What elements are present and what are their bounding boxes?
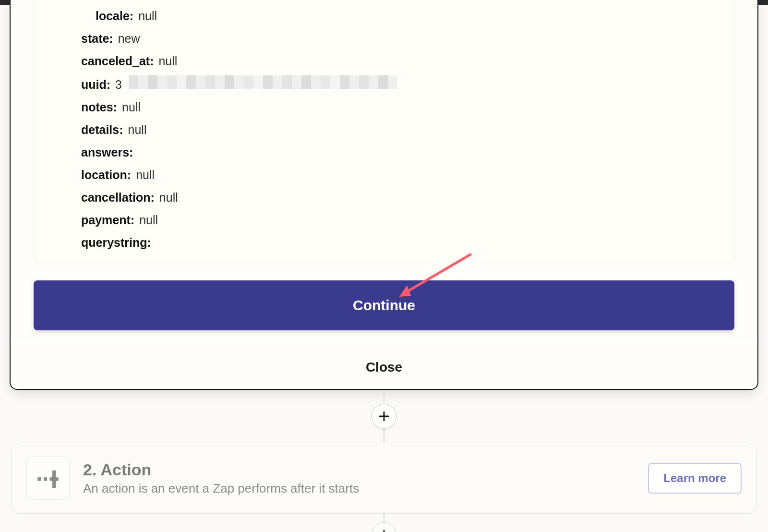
continue-button[interactable]: Continue [34,280,734,330]
data-field-value: null [159,189,178,206]
data-field-value: null [139,212,158,229]
data-field-row: location:null [38,164,730,186]
data-field-value: new [118,30,140,47]
action-step-description: An action is an event a Zap performs aft… [83,481,635,496]
data-field-row: uuid:3 [38,73,730,96]
data-field-key: answers: [38,144,133,161]
data-field-row: canceled_at:null [38,50,730,73]
trigger-step-card: locale:nullstate:newcanceled_at:nulluuid… [10,0,758,390]
continue-button-wrap: Continue [34,280,734,330]
action-placeholder-icon-box [26,457,70,500]
data-field-key: state: [38,30,113,47]
data-field-key: uuid: [38,76,110,93]
svg-rect-5 [50,477,59,481]
data-field-value: null [136,167,155,183]
action-step-card[interactable]: 2. Action An action is an event a Zap pe… [12,443,756,514]
add-step-button[interactable] [372,522,396,532]
data-field-key: canceled_at: [38,53,154,70]
sample-data-rows: locale:nullstate:newcanceled_at:nulluuid… [34,0,734,257]
add-step-button[interactable] [372,404,396,429]
redacted-value-icon [129,75,397,89]
data-field-key: payment: [38,212,134,229]
close-bar: Close [11,345,757,389]
data-field-value: null [158,53,177,70]
data-field-row: state:new [38,27,730,50]
data-field-row: details:null [38,119,730,141]
data-field-key: location: [38,167,131,183]
plus-icon [378,529,390,532]
action-placeholder-icon [34,464,62,492]
sample-data-panel: locale:nullstate:newcanceled_at:nulluuid… [34,0,734,263]
data-field-key: details: [38,121,123,138]
action-step-text: 2. Action An action is an event a Zap pe… [83,460,635,496]
learn-more-button[interactable]: Learn more [648,463,742,494]
editor-canvas: locale:nullstate:newcanceled_at:nulluuid… [0,5,768,532]
svg-rect-3 [44,477,47,481]
data-field-value: null [122,99,141,116]
data-field-row: answers: [38,141,730,164]
plus-icon [378,410,390,423]
data-field-row: querystring: [38,231,730,254]
data-field-key: cancellation: [38,189,155,206]
data-field-row: notes:null [38,96,730,119]
data-field-row: cancellation:null [38,186,730,209]
data-field-value: null [138,8,157,24]
close-button[interactable]: Close [366,360,402,375]
svg-rect-2 [37,477,41,481]
data-field-key: locale: [38,8,133,24]
data-field-key: notes: [38,99,117,116]
data-field-value: null [128,121,147,138]
data-field-key: querystring: [38,234,151,251]
data-field-row: payment:null [38,209,730,231]
data-field-row: locale:null [38,5,730,27]
action-step-title: 2. Action [83,460,635,479]
data-field-value: 3 [115,76,122,93]
